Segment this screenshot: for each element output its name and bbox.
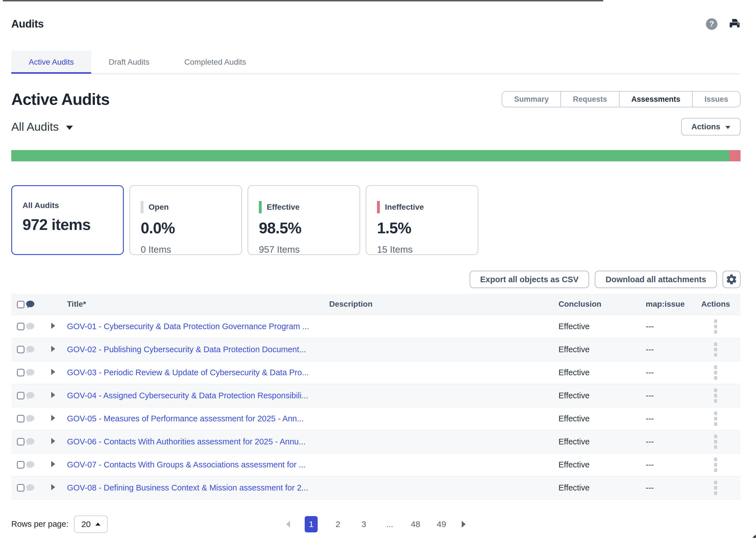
audit-title-link[interactable]: GOV-08 - Defining Business Context & Mis… [67,483,308,492]
expand-arrow-icon[interactable] [51,461,55,467]
column-header-conclusion[interactable]: Conclusion [551,294,634,315]
view-tab-requests[interactable]: Requests [560,92,619,107]
previous-page-icon[interactable] [286,521,290,528]
page-button-2[interactable]: 2 [332,519,344,529]
column-header-map-issue[interactable]: map:issue [634,294,691,315]
rows-per-page-label: Rows per page: [11,519,68,529]
stat-card-label: Ineffective [385,203,424,212]
print-icon[interactable] [729,18,740,30]
comment-icon[interactable] [25,322,35,331]
window-top-edge [3,0,603,1]
stat-card-effective[interactable]: Effective 98.5% 957 Items [248,185,360,255]
comment-icon[interactable] [25,414,35,424]
rows-per-page-value: 20 [81,519,91,529]
expand-arrow-icon[interactable] [51,392,55,398]
actions-button-label: Actions [691,122,720,131]
audit-title-link[interactable]: GOV-01 - Cybersecurity & Data Protection… [67,322,309,331]
audit-title-link[interactable]: GOV-05 - Measures of Performance assessm… [67,414,304,423]
tab-active-audits[interactable]: Active Audits [11,51,91,74]
actions-button[interactable]: Actions [681,118,740,135]
row-checkbox[interactable] [17,369,25,376]
audit-title-link[interactable]: GOV-02 - Publishing Cybersecurity & Data… [67,345,306,354]
stat-card-ineffective[interactable]: Ineffective 1.5% 15 Items [366,185,478,255]
comment-icon[interactable] [25,368,35,378]
table-settings-button[interactable] [723,271,740,288]
conclusion-cell: Effective [551,361,634,384]
audit-filter-dropdown[interactable]: All Audits [11,120,73,134]
audit-title-link[interactable]: GOV-03 - Periodic Review & Update of Cyb… [67,368,309,377]
help-icon[interactable]: ? [706,18,718,30]
select-all-checkbox[interactable] [17,301,25,308]
progress-segment [11,150,729,161]
audit-title-link[interactable]: GOV-06 - Contacts With Authorities asses… [67,437,306,446]
page-button-1[interactable]: 1 [305,516,318,532]
stat-card-items: 15 Items [377,244,467,255]
page-button-3[interactable]: 3 [358,519,369,529]
stat-card-label: Effective [267,203,300,212]
column-header-title[interactable]: Title* [58,294,329,315]
row-checkbox[interactable] [17,392,25,400]
kebab-menu-icon[interactable] [714,365,717,380]
stat-color-bar [377,201,380,213]
row-checkbox[interactable] [17,346,25,353]
expand-arrow-icon[interactable] [51,438,55,444]
kebab-menu-icon[interactable] [714,319,717,334]
expand-arrow-icon[interactable] [51,369,55,375]
row-checkbox[interactable] [17,461,25,468]
expand-arrow-icon[interactable] [51,484,55,490]
conclusion-cell: Effective [551,338,634,361]
row-checkbox[interactable] [17,484,25,492]
audit-title-link[interactable]: GOV-07 - Contacts With Groups & Associat… [67,460,306,469]
table-row: GOV-05 - Measures of Performance assessm… [11,407,740,430]
comments-column-icon [25,299,35,309]
pagination: 1 2 3 ... 48 49 [286,516,466,532]
row-checkbox[interactable] [17,438,25,446]
kebab-menu-icon[interactable] [714,411,717,426]
cursor-artifact [753,535,756,538]
comment-icon[interactable] [25,460,35,470]
section-heading: Active Audits [11,90,109,109]
expand-arrow-icon[interactable] [51,346,55,352]
stat-card-all-audits[interactable]: All Audits 972 items [11,185,124,255]
comment-icon[interactable] [25,345,35,354]
column-header-description[interactable]: Description [329,294,551,315]
stat-card-label: Open [149,203,169,212]
page-button-48[interactable]: 48 [410,519,421,529]
tab-draft-audits[interactable]: Draft Audits [91,51,167,74]
map-issue-cell: --- [634,361,691,384]
kebab-menu-icon[interactable] [714,457,717,472]
expand-arrow-icon[interactable] [51,415,55,421]
kebab-menu-icon[interactable] [714,435,717,449]
tab-completed-audits[interactable]: Completed Audits [167,51,263,74]
table-header-row: Title* Description Conclusion map:issue … [11,294,740,315]
view-tab-issues[interactable]: Issues [692,92,740,107]
audits-table: Title* Description Conclusion map:issue … [11,294,740,500]
row-checkbox[interactable] [17,323,25,330]
page-button-49[interactable]: 49 [436,519,447,529]
audit-title-link[interactable]: GOV-04 - Assigned Cybersecurity & Data P… [67,391,308,400]
kebab-menu-icon[interactable] [714,342,717,357]
description-cell [329,430,551,453]
progress-segment [729,150,740,161]
table-row: GOV-06 - Contacts With Authorities asses… [11,430,740,453]
expand-arrow-icon[interactable] [51,323,55,329]
comment-icon[interactable] [25,437,35,447]
conclusion-cell: Effective [551,453,634,476]
map-issue-cell: --- [634,476,691,499]
row-checkbox[interactable] [17,415,25,422]
description-cell [329,361,551,384]
export-csv-button[interactable]: Export all objects as CSV [470,271,590,288]
download-attachments-button[interactable]: Download all attachments [595,271,717,288]
rows-per-page-select[interactable]: 20 [74,515,107,533]
view-tab-assessments[interactable]: Assessments [619,92,692,107]
kebab-menu-icon[interactable] [714,481,717,495]
comment-icon[interactable] [25,483,35,493]
page-header: Audits ? [11,18,740,30]
chevron-down-icon [66,126,73,130]
view-tab-summary[interactable]: Summary [502,92,560,107]
kebab-menu-icon[interactable] [714,389,717,403]
comment-icon[interactable] [25,391,35,401]
stat-card-open[interactable]: Open 0.0% 0 Items [129,185,242,255]
next-page-icon[interactable] [462,521,466,528]
page-ellipsis: ... [384,519,395,529]
